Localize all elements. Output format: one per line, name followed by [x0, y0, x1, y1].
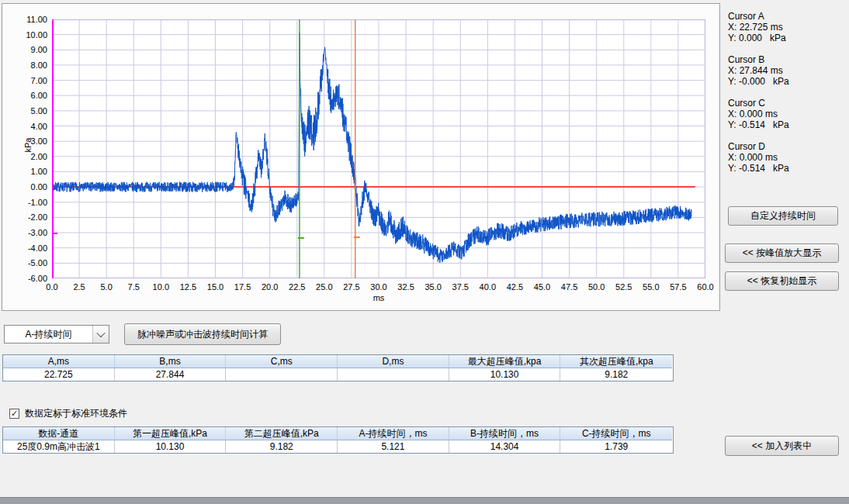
cursor-results-table: A,ms B,ms C,ms D,ms 最大超压峰值,kpa 其次超压峰值,kp…: [2, 354, 674, 381]
y-tick-label: 1.00: [10, 166, 47, 177]
cursor-d-x: X: 0.000 ms: [728, 152, 846, 163]
col-header-a-ms: A,ms: [3, 355, 115, 368]
col-header-a-duration: A-持续时间，ms: [338, 427, 449, 440]
restore-initial-view-button[interactable]: << 恢复初始显示: [725, 271, 839, 291]
y-tick-label: 5.00: [10, 105, 47, 116]
cell-c-duration[interactable]: 1.739: [560, 440, 672, 453]
col-header-b-duration: B-持续时间，ms: [449, 427, 561, 440]
y-tick-label: -2.00: [10, 212, 47, 223]
cell-a-duration[interactable]: 5.121: [338, 440, 449, 453]
cell-a-ms[interactable]: 22.725: [3, 368, 115, 381]
cell-d-ms[interactable]: [338, 368, 449, 381]
cell-first-peak[interactable]: 10.130: [115, 440, 227, 453]
cursor-c-readout: Cursor C X: 0.000 ms Y: -0.514 kPa: [728, 98, 846, 130]
cell-second-peak[interactable]: 9.182: [560, 368, 672, 381]
cursor-a-readout: Cursor A X: 22.725 ms Y: 0.000 kPa: [728, 11, 846, 43]
col-header-second-peak: 其次超压峰值,kpa: [560, 355, 672, 368]
col-header-first-peak: 第一超压峰值,kPa: [115, 427, 227, 440]
y-tick-label: 4.00: [10, 121, 47, 132]
duration-type-value: A-持续时间: [5, 328, 92, 341]
cursor-b-y: Y: -0.000 kPa: [728, 76, 846, 87]
cell-max-peak[interactable]: 10.130: [449, 368, 561, 381]
cursor-results-header-row: A,ms B,ms C,ms D,ms 最大超压峰值,kpa 其次超压峰值,kp…: [3, 355, 673, 368]
cell-b-ms[interactable]: 27.844: [115, 368, 227, 381]
y-tick-label: 8.00: [10, 60, 47, 71]
dropdown-arrow-button[interactable]: [92, 326, 109, 343]
col-header-max-peak: 最大超压峰值,kpa: [449, 355, 561, 368]
cursor-a-y: Y: 0.000 kPa: [728, 33, 846, 43]
cursor-c-x: X: 0.000 ms: [728, 109, 846, 119]
y-tick-label: 11.00: [10, 14, 47, 25]
cursor-c-y: Y: -0.514 kPa: [728, 119, 846, 130]
col-header-c-duration: C-持续时间，ms: [560, 427, 672, 440]
channel-results-table: 数据-通道 第一超压峰值,kPa 第二超压峰值,kPa A-持续时间，ms B-…: [2, 426, 674, 454]
y-tick-label: 9.00: [10, 44, 47, 55]
channel-results-data-row: 25度0.9m高冲击波1 10.130 9.182 5.121 14.304 1…: [3, 440, 673, 453]
y-tick-label: -3.00: [10, 227, 47, 238]
cursor-a-title: Cursor A: [728, 11, 846, 22]
y-tick-label: -4.00: [10, 243, 47, 254]
zoom-to-peak-button[interactable]: << 按峰值放大显示: [725, 243, 839, 263]
waveform-chart-panel: kPa ms 11.0010.009.008.007.006.005.004.0…: [2, 3, 720, 311]
cursor-d-title: Cursor D: [728, 141, 846, 152]
add-to-list-button[interactable]: << 加入列表中: [725, 436, 839, 456]
y-tick-label: -5.00: [10, 257, 47, 268]
cursor-b-x: X: 27.844 ms: [728, 65, 846, 76]
col-header-d-ms: D,ms: [338, 355, 449, 368]
duration-calc-button[interactable]: 脉冲噪声或冲击波持续时间计算: [124, 323, 281, 345]
cursor-b-readout: Cursor B X: 27.844 ms Y: -0.000 kPa: [728, 54, 846, 87]
standard-conditions-checkbox-label: 数据定标于标准环境条件: [25, 407, 127, 420]
cursor-c-title: Cursor C: [728, 98, 846, 109]
cursor-d-readout: Cursor D X: 0.000 ms Y: -0.514 kPa: [728, 141, 846, 174]
cursor-results-data-row: 22.725 27.844 10.130 9.182: [3, 368, 673, 381]
col-header-second-peak: 第二超压峰值,kPa: [226, 427, 338, 440]
y-tick-label: 0.00: [10, 181, 47, 192]
x-axis-unit-label: ms: [363, 293, 394, 302]
channel-results-header-row: 数据-通道 第一超压峰值,kPa 第二超压峰值,kPa A-持续时间，ms B-…: [3, 427, 673, 440]
x-tick-label: 60.0: [688, 281, 723, 292]
cursor-a-x: X: 22.725 ms: [728, 22, 846, 33]
window-bottom-edge: [0, 497, 849, 504]
cell-c-ms[interactable]: [226, 368, 338, 381]
y-tick-label: 6.00: [10, 90, 47, 101]
col-header-channel: 数据-通道: [3, 427, 115, 440]
cell-second-peak[interactable]: 9.182: [226, 440, 338, 453]
plot-area[interactable]: [52, 19, 705, 278]
col-header-c-ms: C,ms: [226, 355, 338, 368]
cell-channel-name[interactable]: 25度0.9m高冲击波1: [3, 440, 115, 453]
y-tick-label: 3.00: [10, 136, 47, 147]
col-header-b-ms: B,ms: [115, 355, 227, 368]
chevron-down-icon: [96, 329, 105, 337]
cursor-d-y: Y: -0.514 kPa: [728, 163, 846, 174]
cell-b-duration[interactable]: 14.304: [449, 440, 561, 453]
duration-type-dropdown[interactable]: A-持续时间: [4, 325, 109, 343]
y-tick-label: 10.00: [10, 29, 47, 40]
y-tick-label: -1.00: [10, 197, 47, 208]
standard-conditions-checkbox[interactable]: ✓: [9, 409, 19, 419]
cursor-b-title: Cursor B: [728, 54, 846, 65]
cursor-readout-panel: Cursor A X: 22.725 ms Y: 0.000 kPa Curso…: [728, 11, 846, 185]
y-tick-label: 7.00: [10, 75, 47, 86]
standard-conditions-checkbox-row: ✓ 数据定标于标准环境条件: [9, 407, 127, 420]
custom-duration-button[interactable]: 自定义持续时间: [728, 206, 838, 226]
y-tick-label: 2.00: [10, 151, 47, 162]
